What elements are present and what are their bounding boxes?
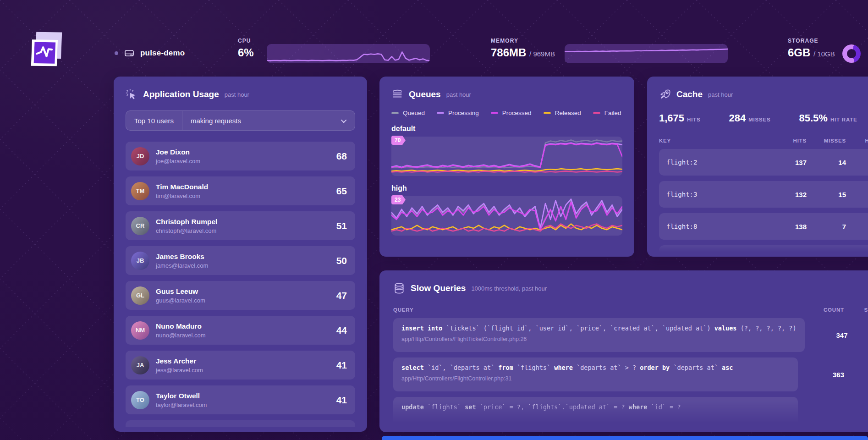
avatar: JB: [131, 252, 149, 270]
next-section-edge: [382, 436, 868, 440]
query-slowest: 3,088: [844, 371, 868, 379]
memory-label: MEMORY: [491, 38, 555, 44]
table-row: flight:8 138 7 95.2: [659, 213, 868, 240]
queue-chart-high: 23: [391, 196, 622, 236]
cache-rate: 90.7: [846, 159, 868, 166]
query-sql: update `flights` set `price` = ?, `fligh…: [401, 403, 790, 411]
cpu-label: CPU: [238, 38, 254, 44]
user-request-count: 50: [336, 255, 347, 266]
cache-misses: 14: [807, 159, 846, 166]
queues-period: past hour: [446, 91, 471, 98]
cache-hitrate-value: 85.5%: [799, 112, 828, 124]
user-row: CR Christoph Rumpel christoph@laravel.co…: [126, 211, 355, 240]
cache-key: flight:2: [659, 159, 774, 166]
query-slowest: 3,099: [848, 331, 868, 339]
user-row: JA Jess Archer jess@laravel.com 41: [126, 351, 355, 380]
application-usage-card: Application Usage past hour Top 10 users…: [114, 77, 367, 432]
slow-queries-title: Slow Queries: [411, 283, 466, 293]
query-row-partial: update `flights` set `price` = ?, `fligh…: [393, 397, 868, 431]
col-hitrate: HIT RATE: [846, 138, 868, 143]
slow-queries-header: QUERY COUNT SLOWEST: [393, 307, 868, 313]
storage-donut: [842, 44, 861, 63]
user-email: christoph@laravel.com: [156, 227, 330, 234]
pulse-logo-icon: [26, 24, 73, 74]
storage-value: 6GB: [788, 46, 810, 59]
memory-total: / 969MB: [529, 50, 555, 58]
query-location: app/Http/Controllers/FlightController.ph…: [401, 375, 790, 382]
user-email: tim@laravel.com: [156, 192, 330, 199]
query-count: 363: [798, 371, 844, 379]
user-request-count: 68: [336, 151, 347, 162]
storage-stat: STORAGE 6GB / 10GB: [788, 38, 835, 59]
usage-filter: Top 10 users making requests: [126, 110, 355, 131]
user-name: Christoph Rumpel: [156, 218, 330, 226]
server-icon: [124, 48, 135, 59]
user-request-count: 47: [336, 290, 347, 301]
query-sql: insert into `tickets` (`flight_id`, `use…: [401, 324, 797, 332]
avatar: GL: [131, 286, 149, 305]
user-row: JB James Brooks james@laravel.com 50: [126, 246, 355, 275]
server-status-dot: [115, 51, 118, 55]
database-icon: [393, 282, 405, 294]
legend-queued: Queued: [391, 110, 425, 116]
cache-hitrate-label: HIT RATE: [830, 117, 857, 122]
legend-dash: [437, 112, 444, 114]
queue-peak-badge: 70: [391, 136, 402, 145]
queue-stack-icon: [391, 88, 403, 100]
user-request-count: 65: [336, 186, 347, 197]
user-email: taylor@laravel.com: [156, 402, 330, 408]
cache-rate: 95.2: [846, 223, 868, 231]
col-query: QUERY: [393, 307, 787, 313]
application-usage-title: Application Usage: [143, 89, 219, 99]
avatar: CR: [131, 217, 149, 235]
user-request-count: 41: [336, 360, 347, 371]
queue-chart-default: 70: [391, 137, 622, 176]
user-name: Tim MacDonald: [156, 183, 330, 191]
legend-failed: Failed: [593, 110, 621, 116]
usage-filter-select[interactable]: making requests: [182, 117, 355, 125]
legend-dash: [491, 112, 498, 114]
cpu-stat: CPU 6%: [238, 38, 254, 59]
user-request-count: 44: [336, 325, 347, 336]
server-name: pulse-demo: [140, 49, 185, 58]
avatar: NM: [131, 321, 149, 340]
cache-hits: 138: [774, 223, 807, 231]
user-name: Guus Leeuw: [156, 287, 330, 296]
cache-title: Cache: [676, 89, 703, 99]
avatar: JA: [131, 356, 149, 374]
table-row: flight:3 132 15 89.8: [659, 181, 868, 208]
user-email: nuno@laravel.com: [156, 332, 330, 339]
cache-stats: 1,675HITS 284MISSES 85.5%HIT RATE: [659, 112, 868, 124]
table-row-partial: [659, 245, 868, 253]
queue-peak-badge: 23: [391, 195, 402, 204]
user-name: Nuno Maduro: [156, 322, 330, 330]
rocket-icon: [659, 88, 671, 100]
cache-table: flight:2 137 14 90.7 flight:3 132 15 89.…: [659, 149, 868, 253]
queues-title: Queues: [409, 89, 441, 99]
legend-processed: Processed: [491, 110, 532, 116]
slow-queries-subtitle: 1000ms threshold, past hour: [471, 285, 547, 292]
top-users-list: JD Joe Dixon joe@laravel.com 68 TM Tim M…: [126, 142, 355, 427]
query-count: 347: [805, 331, 848, 339]
legend-released: Released: [544, 110, 581, 116]
queues-card: Queues past hour Queued Processing Proce…: [379, 77, 634, 257]
memory-value: 786MB: [491, 46, 526, 59]
query-box: select `id`, `departs_at` from `flights`…: [393, 358, 798, 391]
slow-queries-card: Slow Queries 1000ms threshold, past hour…: [379, 270, 868, 432]
avatar: JD: [131, 147, 149, 165]
query-sql: select `id`, `departs_at` from `flights`…: [401, 364, 790, 371]
cache-table-header: KEY HITS MISSES HIT RATE: [659, 138, 868, 143]
cpu-value: 6%: [238, 46, 254, 59]
col-slowest: SLOWEST: [844, 307, 868, 313]
avatar: TO: [131, 391, 149, 409]
storage-label: STORAGE: [788, 38, 835, 44]
user-name: Taylor Otwell: [156, 392, 330, 400]
legend-dash: [544, 112, 551, 114]
avatar: TM: [131, 182, 149, 200]
col-count: COUNT: [787, 307, 844, 313]
cache-misses-label: MISSES: [748, 117, 770, 122]
memory-sparkline: [565, 44, 728, 63]
memory-stat: MEMORY 786MB / 969MB: [491, 38, 555, 59]
query-box: insert into `tickets` (`flight_id`, `use…: [393, 318, 805, 352]
query-box: update `flights` set `price` = ?, `fligh…: [393, 397, 798, 431]
